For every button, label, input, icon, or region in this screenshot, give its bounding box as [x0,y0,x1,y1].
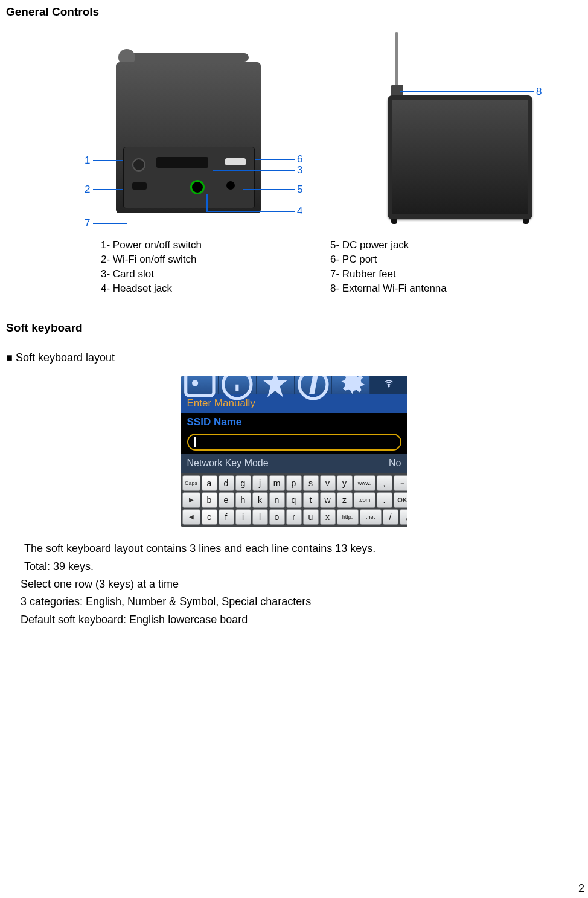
key-http: http: [337,509,359,525]
tab-photo-icon [181,376,219,394]
legend-item-6: 6- PC port [330,253,487,266]
device-back-diagram: 8 [345,32,551,231]
key-space: ␣ [400,509,407,525]
legend-item-3: 3- Card slot [101,268,258,281]
kb-ssid-field [187,434,401,451]
svg-text:i: i [310,376,316,397]
body-line-3: Select one row (3 keys) at a time [21,577,582,591]
callout-5: 5 [297,183,302,196]
kb-ssid-label: SSID Name [181,413,407,431]
legend-item-2: 2- Wi-Fi on/off switch [101,253,258,266]
tab-star-icon [257,376,295,394]
key: r [286,509,302,525]
key-backspace: ← [394,475,407,491]
kb-top-tabs: i [181,376,407,394]
svg-marker-5 [263,376,287,397]
callout-1: 1 [85,154,90,167]
legend-item-7: 7- Rubber feet [330,268,487,281]
key: y [337,475,353,491]
key: p [286,475,302,491]
key: k [252,492,268,508]
key-www: www. [354,475,375,491]
key: e [219,492,234,508]
key: v [320,475,336,491]
key: z [337,492,353,508]
key: x [320,509,336,525]
device-front-illustration [116,38,261,231]
key: f [219,509,234,525]
subheading-soft-keyboard-layout: Soft keyboard layout [6,351,582,365]
key-slash: / [383,509,398,525]
tab-settings-icon [332,376,370,394]
key: n [269,492,285,508]
tab-about-icon: i [295,376,333,394]
key: l [252,509,268,525]
key: i [235,509,251,525]
key: s [303,475,319,491]
svg-rect-0 [185,376,213,396]
legend-item-5: 5- DC power jack [330,239,487,252]
heading-soft-keyboard: Soft keyboard [6,321,582,336]
body-line-1: The soft keyboard layout contains 3 line… [24,542,582,556]
key-left-arrow: ◀ [182,509,200,525]
key: c [202,509,217,525]
svg-point-8 [388,385,389,386]
controls-legend: 1- Power on/off switch 2- Wi-Fi on/off s… [6,237,582,297]
key-ok: OK [394,492,407,508]
key: m [269,475,285,491]
key: h [235,492,251,508]
key-comma: , [377,475,392,491]
device-diagram-row: 1 2 7 6 3 5 4 8 [6,32,582,231]
key: g [235,475,251,491]
tab-wifi-icon [370,376,407,394]
key: d [219,475,234,491]
key: o [269,509,285,525]
kb-key-grid: Caps a d g j m p s v y www. , ← ▶ b e h … [181,473,407,527]
legend-item-1: 1- Power on/off switch [101,239,258,252]
legend-item-4: 4- Headset jack [101,282,258,295]
device-front-diagram: 1 2 7 6 3 5 4 [37,32,309,231]
kb-mode-label: Network Key Mode [187,457,269,470]
key: u [303,509,319,525]
key: w [320,492,336,508]
body-text-block: The soft keyboard layout contains 3 line… [24,542,582,627]
callout-8: 8 [536,85,542,98]
key-net: .net [360,509,382,525]
callout-2: 2 [85,183,90,196]
kb-mode-value: No [389,457,401,470]
device-back-illustration [369,59,545,231]
key-com: .com [354,492,375,508]
key-caps: Caps [182,475,200,491]
callout-4: 4 [297,205,302,218]
key-period: . [377,492,392,508]
body-line-5: Default soft keyboard: English lowercase… [21,613,582,627]
soft-keyboard-screenshot: i Enter Manually SSID Name Network Key M… [181,376,407,527]
body-line-2: Total: 39 keys. [24,560,582,574]
key: q [286,492,302,508]
key: a [202,475,217,491]
legend-item-8: 8- External Wi-Fi antenna [330,282,487,295]
callout-3: 3 [297,164,302,177]
tab-info-icon [219,376,257,394]
key: b [202,492,217,508]
key: t [303,492,319,508]
callout-7: 7 [85,217,90,230]
svg-point-1 [191,380,197,386]
heading-general-controls: General Controls [6,5,582,20]
key: j [252,475,268,491]
body-line-4: 3 categories: English, Number & Symbol, … [21,595,582,609]
key-right-arrow: ▶ [182,492,200,508]
kb-mode-row: Network Key Mode No [181,454,407,473]
